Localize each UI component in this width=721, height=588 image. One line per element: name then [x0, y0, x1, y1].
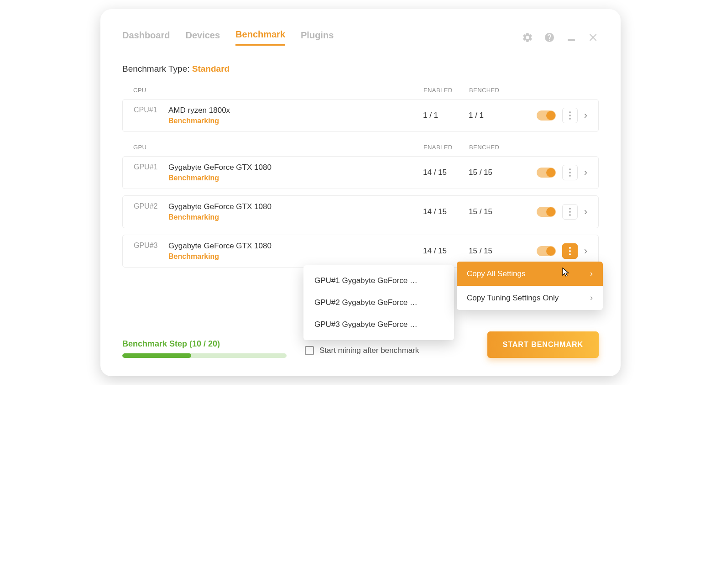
- table-row[interactable]: CPU#1 AMD ryzen 1800x Benchmarking 1 / 1…: [122, 99, 599, 132]
- benched-value: 1 / 1: [469, 111, 514, 120]
- enabled-value: 1 / 1: [423, 111, 469, 120]
- section-header-cpu: CPU ENABLED BENCHED: [122, 87, 599, 99]
- progress: Benchmark Step (10 / 20): [122, 339, 287, 358]
- enable-toggle[interactable]: [537, 207, 556, 217]
- gear-icon[interactable]: [522, 32, 533, 43]
- start-mining-checkbox-wrap[interactable]: Start mining after benchmark: [305, 346, 419, 355]
- col-enabled: ENABLED: [423, 87, 469, 94]
- device-status: Benchmarking: [168, 213, 272, 221]
- app-window: Dashboard Devices Benchmark Plugins Benc…: [100, 9, 621, 376]
- enable-toggle[interactable]: [537, 110, 556, 121]
- section-gpu: GPU ENABLED BENCHED GPU#1 Gygabyte GeFor…: [122, 144, 599, 268]
- menu-item-label: Copy Tuning Settings Only: [467, 294, 559, 303]
- checkbox-icon[interactable]: [305, 346, 314, 355]
- minimize-icon[interactable]: [566, 32, 577, 43]
- enable-toggle[interactable]: [537, 168, 556, 178]
- chevron-right-icon[interactable]: ›: [584, 110, 587, 121]
- progress-bar: [122, 353, 287, 358]
- submenu-item[interactable]: GPU#2 Gygabyte GeForce …: [303, 292, 454, 314]
- benched-value: 15 / 15: [469, 207, 514, 216]
- device-id: CPU#1: [134, 106, 161, 114]
- section-cpu: CPU ENABLED BENCHED CPU#1 AMD ryzen 1800…: [122, 87, 599, 132]
- cursor-icon: [561, 267, 570, 280]
- enabled-value: 14 / 15: [423, 168, 469, 177]
- enabled-value: 14 / 15: [423, 207, 469, 216]
- progress-label: Benchmark Step (10 / 20): [122, 339, 287, 349]
- submenu: GPU#1 Gygabyte GeForce … GPU#2 Gygabyte …: [303, 265, 454, 340]
- col-device: CPU: [133, 87, 423, 94]
- device-id: GPU#1: [134, 163, 161, 171]
- more-button[interactable]: [562, 108, 578, 123]
- device-name: Gygabyte GeForce GTX 1080: [168, 242, 272, 251]
- top-nav: Dashboard Devices Benchmark Plugins: [122, 29, 599, 46]
- device-status: Benchmarking: [168, 117, 230, 125]
- col-benched: BENCHED: [469, 87, 515, 94]
- chevron-right-icon: ›: [590, 269, 593, 278]
- benchmark-type-value[interactable]: Standard: [192, 64, 230, 74]
- start-benchmark-button[interactable]: START BENCHMARK: [487, 331, 599, 358]
- table-row[interactable]: GPU#2 Gygabyte GeForce GTX 1080 Benchmar…: [122, 195, 599, 228]
- enable-toggle[interactable]: [537, 246, 556, 256]
- submenu-item[interactable]: GPU#1 Gygabyte GeForce …: [303, 270, 454, 292]
- section-header-gpu: GPU ENABLED BENCHED: [122, 144, 599, 156]
- benched-value: 15 / 15: [469, 168, 514, 177]
- table-row[interactable]: GPU#1 Gygabyte GeForce GTX 1080 Benchmar…: [122, 156, 599, 189]
- table-row[interactable]: GPU#3 Gygabyte GeForce GTX 1080 Benchmar…: [122, 235, 599, 268]
- device-name: Gygabyte GeForce GTX 1080: [168, 163, 272, 172]
- submenu-item[interactable]: GPU#3 Gygabyte GeForce …: [303, 314, 454, 336]
- more-button[interactable]: [562, 204, 578, 220]
- enabled-value: 14 / 15: [423, 247, 469, 256]
- menu-item-label: Copy All Settings: [467, 269, 526, 278]
- copy-all-settings[interactable]: Copy All Settings ›: [457, 262, 603, 286]
- tab-dashboard[interactable]: Dashboard: [122, 30, 170, 45]
- tab-benchmark[interactable]: Benchmark: [235, 29, 285, 46]
- col-enabled: ENABLED: [423, 144, 469, 151]
- benchmark-type-label: Benchmark Type:: [122, 64, 192, 74]
- benchmark-type: Benchmark Type: Standard: [122, 64, 599, 74]
- tab-plugins[interactable]: Plugins: [301, 30, 334, 45]
- checkbox-label: Start mining after benchmark: [319, 346, 419, 355]
- context-menu: Copy All Settings › Copy Tuning Settings…: [457, 262, 603, 310]
- device-name: AMD ryzen 1800x: [168, 106, 230, 115]
- device-status: Benchmarking: [168, 174, 272, 182]
- chevron-right-icon[interactable]: ›: [584, 245, 587, 257]
- more-button[interactable]: [562, 165, 578, 180]
- chevron-right-icon[interactable]: ›: [584, 206, 587, 218]
- progress-fill: [122, 353, 191, 358]
- device-status: Benchmarking: [168, 252, 272, 261]
- nav-icons: [522, 32, 599, 43]
- chevron-right-icon: ›: [590, 293, 593, 303]
- copy-tuning-settings[interactable]: Copy Tuning Settings Only ›: [457, 286, 603, 310]
- chevron-right-icon[interactable]: ›: [584, 167, 587, 178]
- svg-rect-0: [568, 39, 575, 41]
- tab-devices[interactable]: Devices: [185, 30, 220, 45]
- col-device: GPU: [133, 144, 423, 151]
- close-icon[interactable]: [588, 32, 599, 43]
- device-id: GPU#2: [134, 202, 161, 210]
- device-name: Gygabyte GeForce GTX 1080: [168, 202, 272, 211]
- col-benched: BENCHED: [469, 144, 515, 151]
- benched-value: 15 / 15: [469, 247, 514, 256]
- device-id: GPU#3: [134, 242, 161, 250]
- more-button[interactable]: [562, 243, 578, 259]
- help-icon[interactable]: [544, 32, 555, 43]
